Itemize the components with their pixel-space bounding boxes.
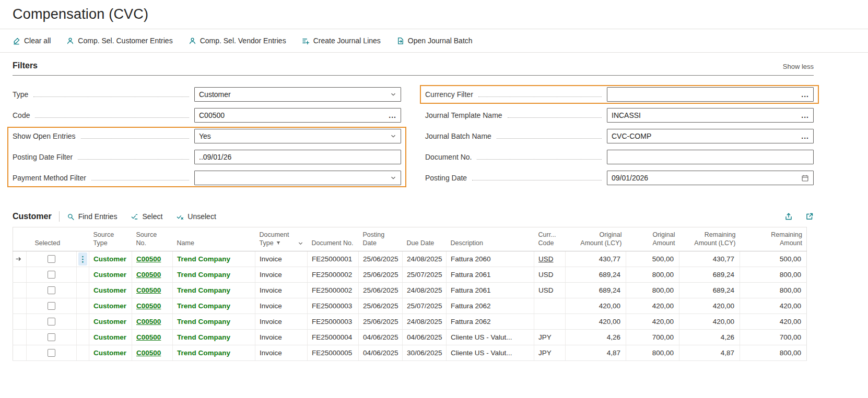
- column-header-document-type[interactable]: DocumentType: [255, 227, 308, 251]
- show-less-link[interactable]: Show less: [783, 63, 814, 70]
- cell-document-no[interactable]: FE25000004: [308, 330, 359, 345]
- cell-remaining-amount[interactable]: 700,00: [740, 330, 807, 345]
- row-checkbox[interactable]: [48, 255, 55, 263]
- cell-original-amount-lcy[interactable]: 4,26: [566, 330, 626, 345]
- posting-date-field[interactable]: 09/01/2026: [607, 171, 814, 185]
- cell-source-no[interactable]: C00500: [132, 345, 173, 361]
- row-menu-cell[interactable]: [77, 314, 89, 330]
- column-header-document-no[interactable]: Document No.: [308, 227, 359, 251]
- cell-remaining-amount[interactable]: 800,00: [740, 283, 807, 298]
- column-header-selected[interactable]: Selected: [27, 227, 77, 251]
- table-row[interactable]: CustomerC00500Trend CompanyInvoiceFE2500…: [13, 283, 807, 298]
- cell-currency-code[interactable]: USD: [534, 267, 566, 283]
- cell-currency-code[interactable]: USD: [534, 251, 566, 267]
- cell-remaining-amount-lcy[interactable]: 689,24: [679, 267, 740, 283]
- cell-posting-date[interactable]: 25/06/2025: [359, 298, 403, 314]
- cell-name[interactable]: Trend Company: [173, 345, 255, 361]
- document-no-field[interactable]: [607, 150, 814, 164]
- cell-description[interactable]: Fattura 2061: [447, 267, 534, 283]
- cell-source-no[interactable]: C00500: [132, 283, 173, 298]
- cell-source-type[interactable]: Customer: [89, 345, 132, 361]
- chevron-down-icon[interactable]: [298, 240, 303, 246]
- cell-original-amount[interactable]: 420,00: [626, 314, 679, 330]
- cell-name[interactable]: Trend Company: [173, 267, 255, 283]
- grid-action-select[interactable]: Select: [131, 212, 162, 221]
- cell-description[interactable]: Fattura 2061: [447, 283, 534, 298]
- cell-due-date[interactable]: 25/07/2025: [403, 267, 447, 283]
- payment-method-filter-dropdown[interactable]: [194, 171, 401, 185]
- column-header-due-date[interactable]: Due Date: [403, 227, 447, 251]
- cell-due-date[interactable]: 24/08/2025: [403, 283, 447, 298]
- cell-document-no[interactable]: FE25000003: [308, 298, 359, 314]
- cell-due-date[interactable]: 30/06/2025: [403, 345, 447, 361]
- cell-document-type[interactable]: Invoice: [255, 345, 308, 361]
- table-row[interactable]: CustomerC00500Trend CompanyInvoiceFE2500…: [13, 267, 807, 283]
- cell-currency-code[interactable]: JPY: [534, 345, 566, 361]
- cell-remaining-amount[interactable]: 500,00: [740, 251, 807, 267]
- cell-document-type[interactable]: Invoice: [255, 251, 308, 267]
- row-menu-cell[interactable]: [77, 330, 89, 345]
- column-header-original-amount[interactable]: OriginalAmount: [626, 227, 679, 251]
- cell-source-no[interactable]: C00500: [132, 267, 173, 283]
- type-dropdown[interactable]: Customer: [194, 87, 401, 102]
- cell-name[interactable]: Trend Company: [173, 283, 255, 298]
- cell-source-type[interactable]: Customer: [89, 267, 132, 283]
- action-open-journal-batch[interactable]: Open Journal Batch: [396, 37, 473, 45]
- cell-source-type[interactable]: Customer: [89, 314, 132, 330]
- action-comp-sel-customer-entries[interactable]: Comp. Sel. Customer Entries: [66, 37, 172, 45]
- cell-document-no[interactable]: FE25000005: [308, 345, 359, 361]
- cell-remaining-amount-lcy[interactable]: 4,26: [679, 330, 740, 345]
- cell-currency-code[interactable]: USD: [534, 283, 566, 298]
- cell-posting-date[interactable]: 04/06/2025: [359, 330, 403, 345]
- action-create-journal-lines[interactable]: Create Journal Lines: [302, 37, 381, 45]
- cell-posting-date[interactable]: 25/06/2025: [359, 314, 403, 330]
- show-open-entries-dropdown[interactable]: Yes: [194, 129, 401, 143]
- cell-document-no[interactable]: FE25000002: [308, 283, 359, 298]
- open-in-new-icon[interactable]: [805, 212, 814, 221]
- cell-remaining-amount-lcy[interactable]: 420,00: [679, 298, 740, 314]
- assist-ellipsis-button[interactable]: ...: [801, 90, 809, 99]
- row-checkbox[interactable]: [48, 302, 55, 310]
- column-header-description[interactable]: Description: [447, 227, 534, 251]
- cell-document-type[interactable]: Invoice: [255, 314, 308, 330]
- column-header-remaining-amount[interactable]: RemainingAmount: [740, 227, 807, 251]
- selected-cell[interactable]: [27, 330, 77, 345]
- journal-batch-name-field[interactable]: CVC-COMP ...: [607, 129, 814, 143]
- cell-document-no[interactable]: FE25000002: [308, 267, 359, 283]
- cell-source-type[interactable]: Customer: [89, 283, 132, 298]
- cell-document-no[interactable]: FE25000003: [308, 314, 359, 330]
- cell-original-amount-lcy[interactable]: 420,00: [566, 298, 626, 314]
- row-menu-cell[interactable]: ⋮: [77, 251, 89, 267]
- cell-original-amount[interactable]: 500,00: [626, 251, 679, 267]
- assist-ellipsis-button[interactable]: ...: [801, 111, 809, 119]
- cell-document-type[interactable]: Invoice: [255, 330, 308, 345]
- journal-template-name-field[interactable]: INCASSI ...: [607, 108, 814, 123]
- cell-remaining-amount-lcy[interactable]: 689,24: [679, 283, 740, 298]
- grid-action-find-entries[interactable]: Find Entries: [67, 212, 118, 221]
- cell-original-amount[interactable]: 800,00: [626, 345, 679, 361]
- cell-remaining-amount-lcy[interactable]: 420,00: [679, 314, 740, 330]
- cell-original-amount[interactable]: 800,00: [626, 267, 679, 283]
- selected-cell[interactable]: [27, 314, 77, 330]
- cell-remaining-amount-lcy[interactable]: 4,87: [679, 345, 740, 361]
- posting-date-filter-field[interactable]: ..09/01/26: [194, 150, 401, 164]
- cell-due-date[interactable]: 04/06/2025: [403, 330, 447, 345]
- cell-currency-code[interactable]: [534, 314, 566, 330]
- cell-document-no[interactable]: FE25000001: [308, 251, 359, 267]
- cell-remaining-amount[interactable]: 420,00: [740, 314, 807, 330]
- column-header-currency-code[interactable]: Curr...Code: [534, 227, 566, 251]
- column-header-name[interactable]: Name: [173, 227, 255, 251]
- selected-cell[interactable]: [27, 251, 77, 267]
- calendar-icon[interactable]: [801, 174, 809, 182]
- column-header-posting-date[interactable]: Posting Date: [359, 227, 403, 251]
- cell-name[interactable]: Trend Company: [173, 251, 255, 267]
- cell-posting-date[interactable]: 04/06/2025: [359, 345, 403, 361]
- cell-posting-date[interactable]: 25/06/2025: [359, 251, 403, 267]
- assist-ellipsis-button[interactable]: ...: [801, 132, 809, 140]
- code-field[interactable]: C00500 ...: [194, 108, 401, 123]
- cell-remaining-amount[interactable]: 420,00: [740, 298, 807, 314]
- table-row[interactable]: CustomerC00500Trend CompanyInvoiceFE2500…: [13, 345, 807, 361]
- cell-original-amount-lcy[interactable]: 430,77: [566, 251, 626, 267]
- table-row[interactable]: CustomerC00500Trend CompanyInvoiceFE2500…: [13, 314, 807, 330]
- assist-ellipsis-button[interactable]: ...: [389, 111, 396, 119]
